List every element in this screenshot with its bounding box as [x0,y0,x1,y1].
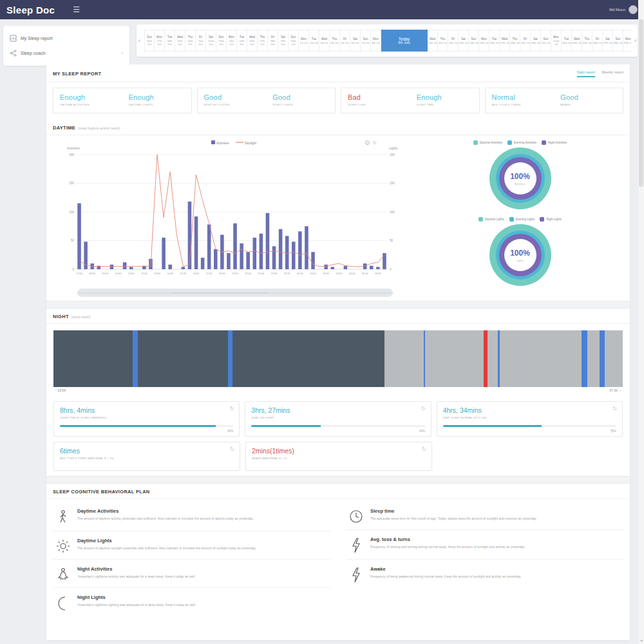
activity-bar[interactable] [129,267,133,269]
activity-bar[interactable] [260,234,263,269]
date-item[interactable]: Fri12th Jul [448,30,459,52]
date-item[interactable]: Fri26th Jul [592,30,603,52]
date-item[interactable]: Wed19th Jun [175,30,185,52]
date-item[interactable]: Sun16th Jun [144,30,155,52]
date-item[interactable]: Fri21st Jun [196,30,206,52]
date-item[interactable]: Sun14th Jul [469,30,479,52]
page-scrollbar[interactable]: ⌄ [638,0,644,644]
date-item-today[interactable]: Today9th July [381,30,428,52]
activity-bar[interactable] [272,246,276,269]
activity-bar[interactable] [292,242,296,269]
activity-bar[interactable] [253,238,257,269]
date-item[interactable]: Wed10th Jul [428,30,438,52]
refresh-icon[interactable]: ↻ [421,406,426,412]
date-item[interactable]: Mon17th Jun [155,30,165,52]
date-item[interactable]: Sun7th Jul [361,30,371,52]
date-item[interactable]: Thu20th Jun [185,30,196,52]
tab-daily-report[interactable]: Daily report [577,70,595,77]
activity-bar[interactable] [233,223,237,269]
activity-bar[interactable] [77,204,81,269]
activity-bar[interactable] [370,266,374,269]
date-item[interactable]: Fri28th Jun [268,30,278,52]
activity-bar[interactable] [266,213,270,269]
daylight-line[interactable] [79,155,384,267]
date-item[interactable]: Sun30th Jun [289,30,299,52]
activity-bar[interactable] [188,202,192,269]
date-item[interactable]: Thu25th Jul [582,30,592,52]
activity-bar[interactable] [194,216,198,269]
date-item[interactable]: Wed24th Jul [572,30,582,52]
date-item[interactable]: Mon8th Jul [371,30,381,52]
activity-bar[interactable] [298,231,302,269]
scroll-down-icon[interactable]: ⌄ [639,638,643,643]
date-item[interactable]: Fri5th Jul [340,30,350,52]
date-item[interactable]: Thu27th Jun [258,30,268,52]
date-item[interactable]: Sat29th Jun [278,30,289,52]
activity-bar[interactable] [285,236,289,269]
carousel-prev-icon[interactable]: ‹ [138,37,140,44]
donut-lights[interactable]: 100%Lights [415,224,625,286]
date-item[interactable]: Tue25th Jun [237,30,247,52]
refresh-icon[interactable]: ↻ [612,406,617,412]
activity-bar[interactable] [311,252,315,269]
refresh-icon[interactable]: ↻ [230,446,234,452]
date-item[interactable]: Wed3rd Jul [319,30,330,52]
date-item[interactable]: Tue18th Jun [165,30,175,52]
activity-bar[interactable] [201,258,205,269]
activity-bar[interactable] [227,253,231,269]
activity-bar[interactable] [363,263,367,269]
avatar[interactable] [629,5,638,14]
sidebar-item-my-sleep-report[interactable]: My Sleep report [10,31,123,46]
activity-bar[interactable] [376,267,380,269]
date-item[interactable]: Wed17th Jul [500,30,510,52]
sidebar-item-sleep-coach[interactable]: Sleep coach› [10,46,123,61]
date-item[interactable]: Sat27th Jul [603,30,613,52]
tab-weekly-report[interactable]: Weekly report [601,70,623,77]
activity-bar[interactable] [207,225,211,269]
activity-bar[interactable] [324,265,328,269]
carousel-next-icon[interactable]: › [634,37,636,44]
activity-bar[interactable] [305,226,308,269]
daytime-activity-chart[interactable]: ActivitiesDaylightActivitiesLights005050… [52,138,412,285]
date-item[interactable]: Tue23rd Jul [562,30,572,52]
chart-brush-scrollbar[interactable] [77,289,393,297]
sleep-hypnogram[interactable] [53,330,623,387]
date-item[interactable]: Wed26th Jun [247,30,258,52]
page-scrollbar-thumb[interactable] [639,19,643,187]
date-item[interactable]: Mon1st Jul [299,30,309,52]
options-icon[interactable]: ↻ [373,140,377,146]
activity-bar[interactable] [246,252,250,269]
activity-bar[interactable] [344,266,348,269]
date-item[interactable]: Tue2nd Jul [309,30,319,52]
refresh-icon[interactable]: ↻ [230,406,234,412]
date-item[interactable]: Sat6th Jul [350,30,361,52]
date-item[interactable]: Mon15th Jul [479,30,489,52]
date-item[interactable]: Mon22nd Jul [551,30,562,52]
date-item[interactable]: Sun21st Jul [541,30,551,52]
activity-bar[interactable] [383,253,386,269]
date-item[interactable]: Thu11th Jul [438,30,448,52]
activity-bar[interactable] [123,262,127,269]
activity-bar[interactable] [240,243,243,269]
activity-bar[interactable] [331,267,335,269]
donut-activities[interactable]: 100%Activities [415,147,625,209]
hamburger-menu-icon[interactable]: ☰ [73,5,80,14]
date-item[interactable]: Sat13th Jul [459,30,469,52]
date-item[interactable]: Thu4th Jul [330,30,340,52]
date-item[interactable]: Fri19th Jul [520,30,531,52]
activity-bar[interactable] [214,249,218,269]
activity-bar[interactable] [168,265,172,269]
activity-bar[interactable] [162,238,166,269]
activity-bar[interactable] [110,265,114,269]
date-item[interactable]: Sun23rd Jun [216,30,227,52]
date-item[interactable]: Sat20th Jul [531,30,541,52]
refresh-icon[interactable]: ↻ [422,446,426,452]
info-icon[interactable]: i [365,140,370,145]
date-item[interactable]: Sun28th Jul [613,30,623,52]
activity-bar[interactable] [182,267,185,269]
activity-bar[interactable] [279,229,283,269]
date-item[interactable]: Mon24th Jun [227,30,237,52]
date-item[interactable]: Tue16th Jul [489,30,500,52]
date-item[interactable]: Mon29th Jul [623,30,631,52]
date-item[interactable]: Thu18th Jul [510,30,520,52]
